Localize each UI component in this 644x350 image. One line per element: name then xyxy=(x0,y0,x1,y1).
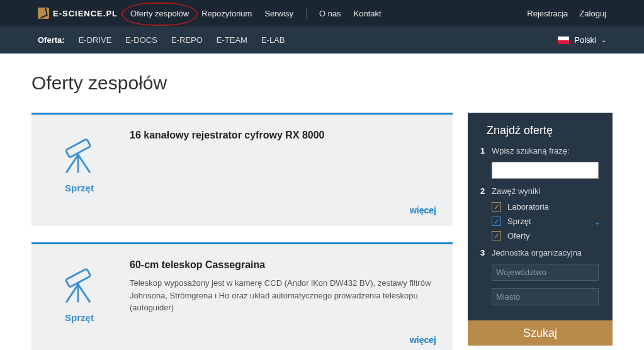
svg-line-2 xyxy=(66,155,78,173)
nav-divider xyxy=(306,8,307,19)
step-number: 3 xyxy=(480,248,485,257)
filter-label: Laboratoria xyxy=(507,202,549,212)
search-button[interactable]: Szukaj xyxy=(468,320,613,346)
oferta-label: Oferta: xyxy=(38,35,65,45)
checkbox-icon: ✓ xyxy=(492,217,501,226)
search-button-label: Szukaj xyxy=(523,327,557,340)
filter-laboratoria[interactable]: ✓ Laboratoria xyxy=(492,202,601,212)
offers-list: Sprzęt 16 kanałowy rejestrator cyfrowy R… xyxy=(31,113,453,350)
flag-icon xyxy=(558,37,569,44)
top-nav: E-SCIENCE.PL Oferty zespołów Repozytoriu… xyxy=(0,0,644,26)
offer-category: Sprzęt xyxy=(48,259,111,323)
svg-line-7 xyxy=(78,285,90,303)
subnav-erepo[interactable]: E-REPO xyxy=(171,35,203,45)
content: Sprzęt 16 kanałowy rejestrator cyfrowy R… xyxy=(0,94,644,350)
step-number: 2 xyxy=(480,186,485,196)
telescope-icon xyxy=(55,130,103,178)
step2-label: Zawęź wyniki xyxy=(492,186,540,196)
nav-serwisy[interactable]: Serwisy xyxy=(264,9,293,18)
subnav-elab[interactable]: E-LAB xyxy=(261,35,285,45)
brand-text: E-SCIENCE.PL xyxy=(53,9,118,18)
step3-label: Jednostka organizacyjna xyxy=(492,248,582,257)
top-nav-right: Rejestracja Zaloguj xyxy=(527,9,606,18)
offer-title: 16 kanałowy rejestrator cyfrowy RX 8000 xyxy=(130,130,436,141)
chevron-down-icon[interactable]: ⌄ xyxy=(594,217,601,227)
nav-onas[interactable]: O nas xyxy=(319,9,341,18)
language-selector[interactable]: Polski ⌄ xyxy=(558,35,606,45)
offer-category-label: Sprzęt xyxy=(48,183,111,193)
filter-label: Oferty xyxy=(507,231,529,240)
svg-line-6 xyxy=(66,285,78,303)
nav-repozytorium[interactable]: Repozytorium xyxy=(201,9,252,18)
offer-title: 60-cm teleskop Cassegraina xyxy=(130,259,436,271)
more-link[interactable]: więcej xyxy=(410,205,436,215)
step-number: 1 xyxy=(480,146,485,155)
language-label: Polski xyxy=(574,35,596,45)
offer-card: Sprzęt 16 kanałowy rejestrator cyfrowy R… xyxy=(31,113,453,226)
sub-nav-left: Oferta: E-DRIVE E-DOCS E-REPO E-TEAM E-L… xyxy=(38,35,285,45)
checkbox-icon: ✓ xyxy=(492,231,501,240)
search-phrase-input[interactable] xyxy=(492,162,599,179)
nav-oferty-zespolow[interactable]: Oferty zespołów xyxy=(130,9,189,18)
nav-kontakt[interactable]: Kontakt xyxy=(354,9,381,18)
offer-category: Sprzęt xyxy=(48,130,111,193)
offer-category-label: Sprzęt xyxy=(48,312,111,323)
subnav-edocs[interactable]: E-DOCS xyxy=(125,35,157,45)
subnav-edrive[interactable]: E-DRIVE xyxy=(79,35,112,45)
filter-oferty[interactable]: ✓ Oferty xyxy=(492,231,601,240)
filter-label: Sprzęt xyxy=(507,217,531,226)
search-sidebar: Znajdź ofertę 1 Wpisz szukaną frazę: 2 Z… xyxy=(468,113,613,346)
sidebar-title: Znajdź ofertę xyxy=(487,124,601,137)
sub-nav: Oferta: E-DRIVE E-DOCS E-REPO E-TEAM E-L… xyxy=(0,26,644,54)
logo[interactable]: E-SCIENCE.PL xyxy=(38,8,118,19)
nav-rejestracja[interactable]: Rejestracja xyxy=(527,9,568,18)
logo-icon xyxy=(38,8,49,19)
wojewodztwo-input[interactable] xyxy=(492,264,599,281)
svg-line-3 xyxy=(78,155,90,173)
nav-zaloguj[interactable]: Zaloguj xyxy=(579,9,606,18)
more-link[interactable]: więcej xyxy=(410,335,436,345)
top-nav-left: E-SCIENCE.PL Oferty zespołów Repozytoriu… xyxy=(38,8,381,19)
offer-card: Sprzęt 60-cm teleskop Cassegraina Telesk… xyxy=(31,242,453,350)
miasto-input[interactable] xyxy=(492,288,599,305)
telescope-icon xyxy=(55,259,103,307)
offer-desc: Teleskop wyposażony jest w kamerę CCD (A… xyxy=(130,277,436,314)
step1-label: Wpisz szukaną frazę: xyxy=(492,146,570,155)
filter-sprzet[interactable]: ✓ Sprzęt ⌄ xyxy=(492,217,601,226)
subnav-eteam[interactable]: E-TEAM xyxy=(217,35,247,45)
checkbox-icon: ✓ xyxy=(492,202,501,212)
chevron-down-icon: ⌄ xyxy=(601,37,606,43)
page-title: Oferty zespołów xyxy=(0,54,644,94)
